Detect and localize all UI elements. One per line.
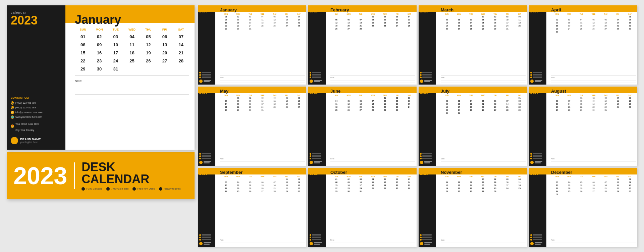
mini-month-title: June (330, 89, 415, 94)
mini-cal-day: 05 (330, 18, 342, 21)
mini-cal-week: 23242526272829 (551, 28, 636, 31)
mini-contact-line (202, 155, 211, 157)
mini-contact-dot (310, 74, 311, 76)
mini-cal-day: 20 (600, 24, 612, 28)
mini-month-title: February (330, 7, 415, 12)
mini-day-header: TUE (355, 175, 367, 178)
cal-day: 09 (91, 41, 108, 49)
mini-cal-day: 26 (587, 28, 599, 31)
mini-cal-day (587, 193, 599, 196)
mini-month-title: November (441, 170, 526, 175)
mini-cal-day (575, 15, 587, 18)
mini-cal-week: 01020304 (330, 15, 415, 18)
contact-phone-item: 📞 [+000] 123 456 789 (11, 101, 61, 105)
mini-cal-week: 09101112131415 (551, 21, 636, 24)
mini-brand-line (204, 81, 210, 82)
mini-cal-day: 08 (477, 181, 489, 184)
mini-cal-day (342, 97, 355, 100)
mini-cal-day: 18 (514, 21, 526, 24)
mini-contact-item (420, 153, 435, 155)
contact-web: www.yourname here.com (15, 116, 42, 118)
cal-week-4: 15 16 17 18 19 20 21 (75, 49, 189, 57)
mini-cal-march: calendar 2023 March (419, 5, 527, 85)
mini-cal-day (477, 97, 489, 100)
mini-cal-day: 03 (501, 178, 514, 181)
mini-cal-day: 27 (342, 28, 355, 31)
mini-day-header: THU (600, 13, 612, 15)
mini-cal-day: 06 (600, 18, 612, 21)
mini-cal-day: 02 (232, 15, 244, 18)
mini-cal-day (256, 178, 268, 181)
mini-brand-logo (310, 242, 313, 245)
mini-cal-day: 17 (391, 21, 403, 24)
mini-day-header: FRI (612, 13, 624, 15)
vertical-divider (74, 162, 75, 189)
mini-cal-day: 25 (612, 106, 624, 109)
mini-contact-item (199, 72, 214, 73)
mini-note: Note: (551, 75, 636, 83)
mini-cal-day: 05 (281, 97, 293, 100)
mini-cal-january: calendar 2023 January (198, 5, 306, 85)
feature-2: 7.08×9.54 size (106, 187, 128, 191)
mini-cal-week: 10111213141516 (220, 184, 305, 187)
cal-day-empty (124, 65, 140, 73)
mini-cal-day: 13 (256, 184, 268, 187)
mini-cal-day (551, 178, 563, 181)
mini-contact-item (310, 72, 324, 73)
mini-contact-dot (420, 237, 422, 238)
mini-cal-grid: SUNMONTUEWEDTHUFRISAT 010203040506070809… (220, 13, 305, 75)
mini-cal-day: 17 (256, 103, 268, 106)
mini-cal-day: 24 (220, 190, 232, 193)
mini-cal-day: 13 (293, 100, 305, 103)
mini-cal-day: 02 (391, 97, 403, 100)
mini-day-header: FRI (612, 94, 624, 97)
mini-day-header: FRI (501, 94, 514, 97)
mini-day-header: SUN (330, 175, 342, 178)
mini-brand-line (204, 80, 212, 81)
mini-cal-day: 18 (465, 106, 477, 109)
mini-note-line (551, 160, 636, 162)
mini-cal-day: 02 (587, 97, 599, 100)
mini-cal-day (575, 193, 587, 196)
mini-cal-week: 04050607080910 (330, 100, 415, 103)
mini-cal-day: 03 (391, 15, 403, 18)
mini-cal-right-march: March SUNMONTUEWEDTHUFRISAT 010203040506… (436, 5, 527, 85)
mini-contact (530, 72, 545, 78)
mini-cal-day: 20 (293, 103, 305, 106)
mini-note-line (330, 243, 415, 245)
mini-cal-day (232, 178, 244, 181)
mini-cal-day: 30 (342, 190, 355, 193)
mini-cal-left-november: calendar 2023 (419, 168, 436, 247)
mini-contact-item (420, 234, 435, 236)
mini-cal-day: 06 (281, 15, 293, 18)
mini-day-header: THU (600, 94, 612, 97)
mini-note: Note: (220, 157, 305, 164)
mini-contact-item (420, 239, 435, 241)
cal-day: 08 (75, 41, 91, 49)
mini-contact-line (533, 239, 542, 240)
mini-contact-line (202, 237, 211, 238)
mini-cal-day: 17 (244, 21, 256, 24)
mini-cal-right-september: September SUNMONTUEWEDTHUFRISAT 01020304… (215, 168, 306, 247)
mini-cal-day: 11 (465, 103, 477, 106)
mini-cal-day (501, 112, 514, 115)
mini-cal-day: 17 (220, 187, 232, 190)
mini-cal-day: 01 (477, 15, 489, 18)
mini-cal-day: 31 (453, 112, 465, 115)
cal-day-empty (173, 65, 189, 73)
mini-cal-header-row: SUNMONTUEWEDTHUFRISAT (220, 94, 305, 97)
mini-contact-line (312, 74, 321, 75)
mini-cal-day: 07 (355, 18, 367, 21)
mini-contact-line (422, 239, 432, 240)
mini-cal-day: 07 (269, 181, 281, 184)
mini-cal-day: 16 (342, 184, 355, 187)
mini-contact-dot (310, 234, 311, 236)
mini-contact-dot (530, 155, 532, 157)
mini-cal-right-january: January SUNMONTUEWEDTHUFRISAT 0102030405… (215, 5, 306, 85)
mini-cal-day: 15 (220, 21, 232, 24)
brand-section: BRAND NAME your tagline here (11, 137, 61, 144)
mini-contact-line (533, 74, 542, 75)
mini-day-header: TUE (465, 13, 477, 15)
mini-cal-day: 12 (342, 103, 355, 106)
mini-cal-day: 25 (330, 109, 342, 112)
